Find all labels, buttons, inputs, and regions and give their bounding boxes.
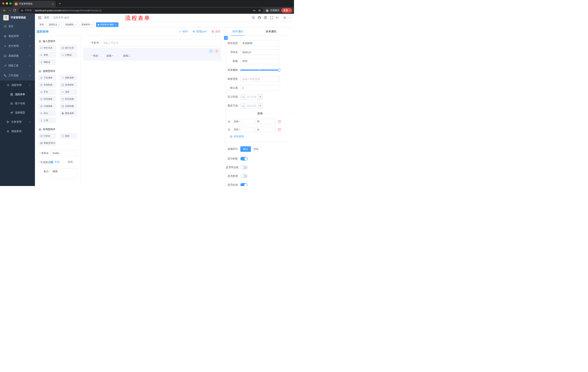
style-button-button[interactable]: 按钮 — [251, 146, 261, 152]
drag-handle-icon[interactable] — [228, 128, 231, 131]
palette-item-slider[interactable]: 滑块 — [60, 89, 77, 95]
palette-item-time-picker[interactable]: 时间选择 — [39, 96, 56, 102]
font-size-icon[interactable] — [276, 16, 279, 19]
option-value-input[interactable] — [255, 127, 276, 132]
palette-item-date-range[interactable]: 日期范围 — [60, 103, 77, 109]
palette-item-dropdown[interactable]: 下拉选择 — [39, 75, 56, 80]
show-label-switch[interactable] — [240, 157, 248, 160]
sidebar-item-leave-query[interactable]: 请假查询 — [0, 127, 35, 136]
clear-button[interactable]: 清空 — [211, 30, 220, 33]
sidebar-item-workflow[interactable]: 工作流程 — [0, 71, 35, 80]
palette-item-counter[interactable]: 计数器 — [60, 52, 77, 58]
address-bar[interactable]: 不安全 dashboard.yudao.iocoder.cn/bpm/manag… — [19, 8, 263, 13]
phone-input[interactable] — [101, 40, 221, 46]
palette-item-radio-group[interactable]: 单选框组 — [39, 82, 56, 87]
link-button[interactable] — [224, 36, 228, 40]
sidebar-item-payment[interactable]: 支付管理 — [0, 41, 35, 51]
tag-close-icon[interactable] — [58, 24, 60, 26]
form-grid-slider[interactable] — [240, 67, 280, 73]
browser-update-button[interactable]: 更新 — [281, 8, 292, 13]
palette-item-editor[interactable]: 编辑器 — [39, 59, 56, 65]
increase-button[interactable] — [258, 94, 263, 100]
decrease-button[interactable] — [241, 94, 246, 100]
palette-item-textarea[interactable]: 多行文本 — [60, 45, 77, 51]
github-icon[interactable] — [258, 16, 261, 19]
remove-option-icon[interactable] — [278, 120, 281, 123]
selected-gender-widget[interactable]: 性别 选项一 选项二 — [83, 48, 221, 61]
palette-item-checkbox-group[interactable]: 多选框组 — [60, 82, 77, 87]
palette-item-rate[interactable]: 评分 — [39, 110, 56, 116]
reload-button[interactable] — [12, 8, 17, 13]
palette-item-password[interactable]: 密码 — [39, 52, 56, 58]
palette-item-date-picker[interactable]: 日期选择 — [39, 103, 56, 109]
sidebar-item-process-model[interactable]: 流程模型 — [0, 108, 35, 117]
palette-item-cascader[interactable]: 级联选择 — [60, 75, 77, 80]
required-switch[interactable] — [240, 183, 248, 186]
tag-process-model[interactable]: 流程模型 — [63, 22, 78, 27]
add-option-button[interactable]: 添加选项 — [230, 135, 294, 138]
bookmark-star-icon[interactable] — [258, 9, 261, 12]
tag-close-icon[interactable] — [115, 24, 117, 26]
gender-option-1-checkbox[interactable]: 选项一 — [102, 54, 114, 57]
label-width-input[interactable] — [240, 76, 280, 82]
max-select-input[interactable] — [246, 103, 258, 108]
copy-widget-button[interactable] — [209, 49, 213, 53]
sidebar-item-process-form[interactable]: 流程表单 — [0, 90, 35, 99]
tag-close-icon[interactable] — [74, 24, 77, 26]
view-json-button[interactable]: 查看json — [192, 30, 207, 33]
tag-process-form-edit[interactable]: 流程表单-编辑 — [96, 22, 118, 27]
zoom-window-button[interactable] — [10, 2, 12, 5]
tag-home[interactable]: 首页 — [38, 22, 45, 27]
sidebar-collapse-icon[interactable] — [38, 16, 42, 20]
disabled-switch[interactable] — [240, 174, 248, 178]
gender-option-2-checkbox[interactable]: 选项二 — [119, 54, 131, 57]
tab-component-props[interactable]: 组件属性 — [232, 28, 243, 35]
tab-close-icon[interactable] — [52, 3, 54, 5]
palette-item-color-picker[interactable]: 颜色选择 — [60, 110, 77, 116]
new-tab-button[interactable] — [57, 1, 62, 6]
sidebar-item-infrastructure[interactable]: 基础设施 — [0, 51, 35, 61]
palette-item-switch[interactable]: 开关 — [39, 89, 56, 95]
password-key-icon[interactable] — [253, 9, 256, 12]
option-label-input[interactable] — [232, 119, 254, 124]
sidebar-item-system[interactable]: 系统管理 — [0, 31, 35, 41]
phone-field-widget[interactable]: 手机号 — [83, 40, 221, 46]
sidebar-item-user-group[interactable]: 用户分组 — [0, 99, 35, 108]
palette-item-row-container[interactable]: 行容器 — [39, 133, 56, 139]
back-button[interactable] — [2, 8, 7, 13]
sidebar-item-home[interactable]: 首页 — [0, 21, 35, 31]
search-icon[interactable] — [252, 16, 255, 19]
decrease-button[interactable] — [241, 103, 246, 108]
minimize-window-button[interactable] — [6, 2, 8, 5]
browser-tab[interactable]: 芋道管理系统 — [13, 1, 56, 7]
tag-close-icon[interactable] — [91, 24, 93, 26]
palette-item-time-range[interactable]: 时间范围 — [60, 96, 77, 102]
status-off-radio[interactable]: 关闭 — [64, 160, 73, 164]
palette-item-table[interactable]: 表格[开发中] — [39, 140, 56, 146]
sidebar-item-devtools[interactable]: 研发工具 — [0, 61, 35, 71]
palette-item-button[interactable]: 按钮 — [60, 133, 77, 139]
palette-item-single-text[interactable]: 单行文本 — [39, 45, 56, 51]
component-type-select[interactable]: 多选框组 — [240, 40, 280, 46]
style-default-button[interactable]: 默认 — [240, 146, 251, 152]
save-button[interactable]: 保存 — [179, 30, 188, 33]
drag-handle-icon[interactable] — [228, 120, 231, 123]
sidebar-item-task-management[interactable]: 任务管理 — [0, 117, 35, 127]
menu-dots-icon[interactable] — [289, 9, 291, 12]
field-name-input[interactable] — [240, 49, 280, 55]
with-border-switch[interactable] — [240, 166, 248, 169]
sidebar-item-process-management[interactable]: 流程管理 — [0, 80, 35, 90]
min-select-input[interactable] — [246, 94, 258, 100]
breadcrumb-home[interactable]: 首页 — [44, 16, 49, 19]
option-label-input[interactable] — [232, 127, 254, 132]
form-name-input[interactable] — [51, 150, 77, 156]
sidebar-logo[interactable]: 芋道管理系统 — [0, 14, 35, 21]
palette-item-upload[interactable]: 上传 — [39, 117, 56, 123]
close-window-button[interactable] — [2, 2, 4, 5]
form-remark-textarea[interactable]: 嘿嘿 — [51, 168, 77, 179]
tag-process-form[interactable]: 流程表单 — [80, 22, 94, 27]
increase-button[interactable] — [258, 103, 263, 108]
user-avatar-dropdown[interactable] — [282, 15, 291, 21]
option-value-input[interactable] — [255, 119, 276, 124]
forward-button[interactable] — [7, 8, 12, 13]
